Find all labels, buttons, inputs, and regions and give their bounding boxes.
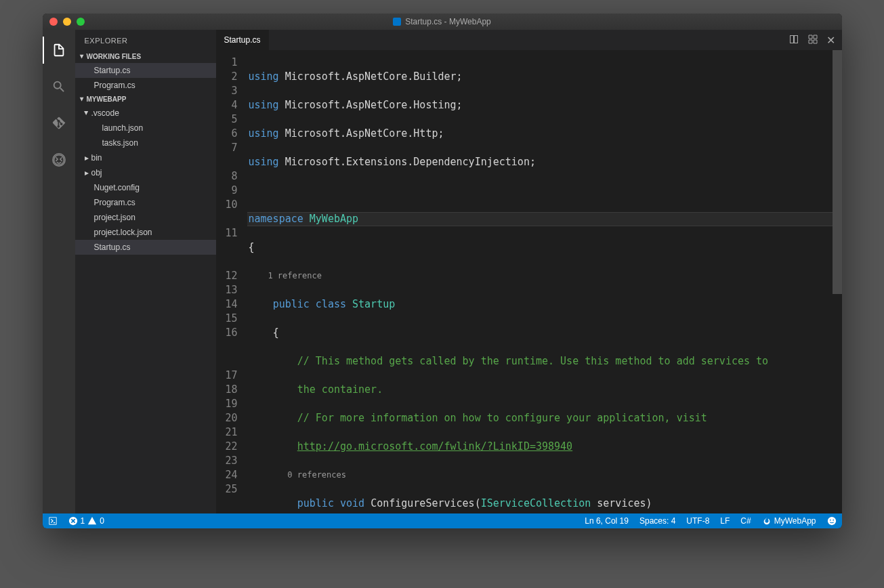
close-icon[interactable] [49,18,58,26]
working-files-header[interactable]: ▸ WORKING FILES [75,50,216,63]
editor-tab[interactable]: Startup.cs [216,30,269,50]
explorer-icon[interactable] [43,37,75,64]
more-icon[interactable] [807,34,818,47]
language-item[interactable]: C# [735,513,756,528]
editor-tabs: Startup.cs ✕ [216,30,842,50]
code-content[interactable]: using Microsoft.AspNetCore.Builder; usin… [247,50,842,513]
code-editor[interactable]: 1234567 8910 11 1213141516 1718192021222… [216,50,842,513]
file-item[interactable]: tasks.json [75,135,216,150]
git-icon[interactable] [43,110,75,137]
sidebar-explorer: EXPLORER ▸ WORKING FILES Startup.cs Prog… [75,30,216,513]
indent-item[interactable]: Spaces: 4 [634,513,681,528]
svg-point-1 [827,517,835,525]
folder-vscode[interactable]: ▸.vscode [75,106,216,121]
feedback-icon[interactable] [822,513,842,528]
chevron-right-icon: ▸ [85,153,89,163]
eol-item[interactable]: LF [715,513,735,528]
activity-bar [43,30,75,513]
errors-item[interactable]: 1 0 [63,513,110,528]
file-item[interactable]: launch.json [75,121,216,135]
warning-icon [87,516,97,526]
scrollbar-thumb[interactable] [833,50,842,294]
chevron-down-icon: ▸ [79,55,86,58]
chevron-down-icon: ▸ [79,98,86,101]
traffic-lights [43,18,85,26]
app-window: Startup.cs - MyWebApp EXPLORER ▸ WORKING [43,14,842,528]
project-label: MYWEBAPP [87,96,127,103]
file-item[interactable]: project.lock.json [75,225,216,240]
zoom-icon[interactable] [77,18,85,26]
cursor-position[interactable]: Ln 6, Col 19 [579,513,634,528]
editor-group: Startup.cs ✕ 1234567 8910 11 1213141516 [216,30,842,513]
file-item[interactable]: Startup.cs [75,240,216,255]
working-file-item[interactable]: Startup.cs [75,63,216,78]
working-file-item[interactable]: Program.cs [75,78,216,93]
search-icon[interactable] [43,73,75,100]
app-icon [393,18,401,26]
sidebar-title: EXPLORER [75,30,216,50]
gutter: 1234567 8910 11 1213141516 1718192021222… [216,50,247,513]
status-bar: 1 0 Ln 6, Col 19 Spaces: 4 UTF-8 LF C# M… [43,513,842,528]
folder-obj[interactable]: ▸obj [75,165,216,180]
error-icon [68,516,78,526]
titlebar: Startup.cs - MyWebApp [43,14,842,30]
flame-icon [762,516,772,526]
working-files-label: WORKING FILES [87,53,142,60]
remote-icon[interactable] [43,513,63,528]
window-title: Startup.cs - MyWebApp [405,17,491,26]
debug-icon[interactable] [43,146,75,173]
minimize-icon[interactable] [63,18,71,26]
split-editor-icon[interactable] [788,34,799,47]
svg-point-2 [829,520,830,521]
file-item[interactable]: project.json [75,210,216,225]
folder-bin[interactable]: ▸bin [75,150,216,165]
file-item[interactable]: Program.cs [75,195,216,210]
scrollbar[interactable] [833,50,842,513]
chevron-down-icon: ▸ [82,111,91,115]
project-item[interactable]: MyWebApp [757,513,822,528]
encoding-item[interactable]: UTF-8 [681,513,715,528]
close-tab-icon[interactable]: ✕ [826,34,835,47]
project-header[interactable]: ▸ MYWEBAPP [75,93,216,106]
file-item[interactable]: Nuget.config [75,180,216,195]
chevron-right-icon: ▸ [85,168,89,177]
svg-point-3 [833,520,834,521]
